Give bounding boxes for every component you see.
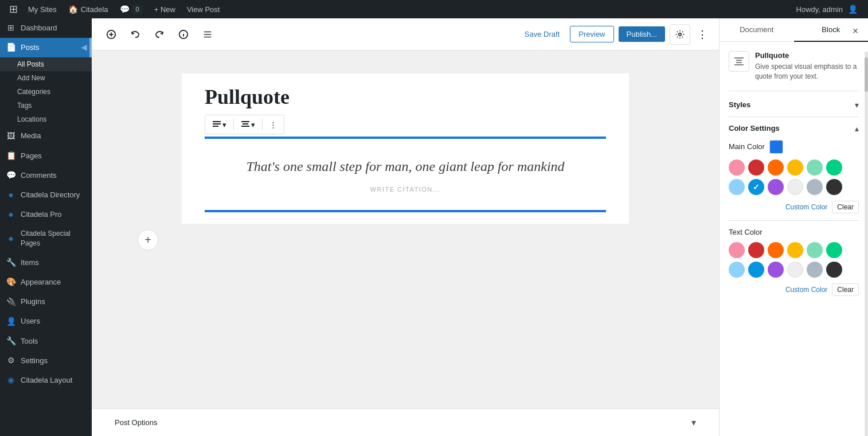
sidebar-item-tools[interactable]: 🔧 Tools xyxy=(0,332,92,351)
info-button[interactable] xyxy=(173,24,194,45)
color-swatch-purple[interactable] xyxy=(768,179,784,195)
text-color-swatch-red[interactable] xyxy=(748,242,764,258)
preview-button[interactable]: Preview xyxy=(570,26,613,42)
pullquote-citation[interactable]: WRITE CITATION... xyxy=(216,186,595,193)
sidebar-sub-add-new[interactable]: Add New xyxy=(0,71,92,85)
sidebar-item-items[interactable]: 🔧 Items xyxy=(0,253,92,272)
color-swatch-blue[interactable] xyxy=(748,179,764,195)
styles-chevron: ▾ xyxy=(855,100,859,110)
styles-label: Styles xyxy=(729,100,750,109)
panel-close-button[interactable]: × xyxy=(847,23,863,39)
color-swatch-gray[interactable] xyxy=(807,179,823,195)
text-color-swatch-light-blue[interactable] xyxy=(729,262,745,278)
sidebar-item-comments[interactable]: 💬 Comments xyxy=(0,166,92,185)
color-swatch-pink[interactable] xyxy=(729,159,745,176)
dashboard-icon: ⊞ xyxy=(6,23,16,33)
sidebar-item-citadela-pro[interactable]: ● Citadela Pro xyxy=(0,205,92,224)
color-swatch-black[interactable] xyxy=(826,179,842,195)
svg-rect-10 xyxy=(213,121,221,122)
color-swatch-light-blue[interactable] xyxy=(729,179,745,195)
adminbar-site-name[interactable]: 🏠 Citadela xyxy=(62,0,114,18)
main-color-palette xyxy=(729,159,859,195)
post-options-chevron[interactable]: ▾ xyxy=(691,417,696,428)
add-block-button[interactable] xyxy=(101,24,122,45)
add-new-label: Add New xyxy=(17,74,45,82)
save-draft-button[interactable]: Save Draft xyxy=(519,26,565,42)
text-color-swatch-pink[interactable] xyxy=(729,242,745,258)
color-swatch-orange[interactable] xyxy=(768,159,784,176)
main-clear-button[interactable]: Clear xyxy=(832,201,859,213)
adminbar-view-post[interactable]: View Post xyxy=(181,0,226,18)
dashboard-label: Dashboard xyxy=(21,23,57,33)
styles-section-header[interactable]: Styles ▾ xyxy=(729,100,859,110)
adminbar-howdy[interactable]: Howdy, admin 👤 xyxy=(791,0,863,18)
sidebar-item-dashboard[interactable]: ⊞ Dashboard xyxy=(0,18,92,38)
posts-icon: 📄 xyxy=(6,42,16,53)
sidebar-item-pages[interactable]: 📋 Pages xyxy=(0,146,92,166)
panel-body: Pullquote Give special visual emphasis t… xyxy=(720,42,868,436)
text-color-swatch-black[interactable] xyxy=(826,262,842,278)
color-swatch-yellow[interactable] xyxy=(787,159,803,176)
color-swatch-light-green[interactable] xyxy=(807,159,823,176)
publish-button[interactable]: Publish... xyxy=(619,26,665,42)
main-custom-color-button[interactable]: Custom Color xyxy=(785,203,827,211)
block-more-button[interactable]: ⋮ xyxy=(266,118,280,131)
sidebar-item-citadela-layout[interactable]: ◉ Citadela Layout xyxy=(0,371,92,390)
block-align-button[interactable]: ▾ xyxy=(237,118,259,131)
block-name: Pullquote xyxy=(755,51,859,60)
redo-button[interactable] xyxy=(149,24,170,45)
sidebar-sub-categories[interactable]: Categories xyxy=(0,85,92,99)
appearance-label: Appearance xyxy=(21,277,61,287)
text-color-swatch-light-gray[interactable] xyxy=(787,262,803,278)
post-options-bar[interactable]: Post Options ▾ xyxy=(92,408,719,436)
adminbar-my-sites[interactable]: My Sites xyxy=(22,0,62,18)
citadela-pro-icon: ● xyxy=(6,209,16,220)
sidebar-item-posts[interactable]: 📄 Posts ◀ xyxy=(0,38,92,57)
sidebar-sub-tags[interactable]: Tags xyxy=(0,99,92,112)
editor-toolbar: Save Draft Preview Publish... ⋮ xyxy=(92,18,719,50)
main-color-row: Main Color xyxy=(729,140,859,154)
scrollbar-thumb xyxy=(865,57,868,92)
tab-document[interactable]: Document xyxy=(720,18,794,42)
text-color-swatch-green[interactable] xyxy=(826,242,842,258)
text-color-swatch-gray[interactable] xyxy=(807,262,823,278)
settings-label: Settings xyxy=(21,356,48,366)
text-custom-color-button[interactable]: Custom Color xyxy=(785,286,827,294)
block-style-button[interactable]: ▾ xyxy=(209,118,230,131)
new-label: + New xyxy=(154,5,175,14)
text-color-swatch-yellow[interactable] xyxy=(787,242,803,258)
text-color-swatch-purple[interactable] xyxy=(768,262,784,278)
tools-toggle-button[interactable] xyxy=(197,24,218,45)
sidebar-sub-all-posts[interactable]: All Posts xyxy=(0,57,92,71)
plugins-label: Plugins xyxy=(21,297,45,307)
sidebar-item-settings[interactable]: ⚙ Settings xyxy=(0,351,92,371)
citadela-pro-label: Citadela Pro xyxy=(21,209,62,220)
sidebar-item-media[interactable]: 🖼 Media xyxy=(0,126,92,146)
add-block-below-button[interactable]: + xyxy=(138,229,158,250)
sidebar-sub-locations[interactable]: Locations xyxy=(0,112,92,126)
text-clear-button[interactable]: Clear xyxy=(832,283,859,296)
wp-logo[interactable]: ⊞ xyxy=(5,0,22,18)
color-settings-section-header[interactable]: Color Settings ▴ xyxy=(729,124,859,133)
sidebar-item-users[interactable]: 👤 Users xyxy=(0,312,92,331)
color-swatch-light-gray[interactable] xyxy=(787,179,803,195)
sidebar-item-citadela-special-pages[interactable]: ● Citadela Special Pages xyxy=(0,224,92,253)
adminbar-comments[interactable]: 💬 0 xyxy=(114,0,148,18)
more-options-button[interactable]: ⋮ xyxy=(695,26,710,43)
color-swatch-red[interactable] xyxy=(748,159,764,176)
post-title[interactable]: Pullquote xyxy=(182,73,629,115)
svg-rect-11 xyxy=(213,123,221,124)
text-color-swatch-orange[interactable] xyxy=(768,242,784,258)
adminbar-new[interactable]: + New xyxy=(148,0,181,18)
sidebar-item-citadela-directory[interactable]: ● Citadela Directory xyxy=(0,185,92,205)
block-info: Pullquote Give special visual emphasis t… xyxy=(729,51,859,91)
settings-button[interactable] xyxy=(670,24,690,45)
sidebar-item-plugins[interactable]: 🔌 Plugins xyxy=(0,292,92,312)
posts-arrow: ◀ xyxy=(81,42,87,53)
text-color-swatch-blue[interactable] xyxy=(748,262,764,278)
pullquote-text[interactable]: That's one small step for man, one giant… xyxy=(216,156,595,177)
text-color-swatch-light-green[interactable] xyxy=(807,242,823,258)
sidebar-item-appearance[interactable]: 🎨 Appearance xyxy=(0,272,92,292)
color-swatch-green[interactable] xyxy=(826,159,842,176)
undo-button[interactable] xyxy=(125,24,146,45)
